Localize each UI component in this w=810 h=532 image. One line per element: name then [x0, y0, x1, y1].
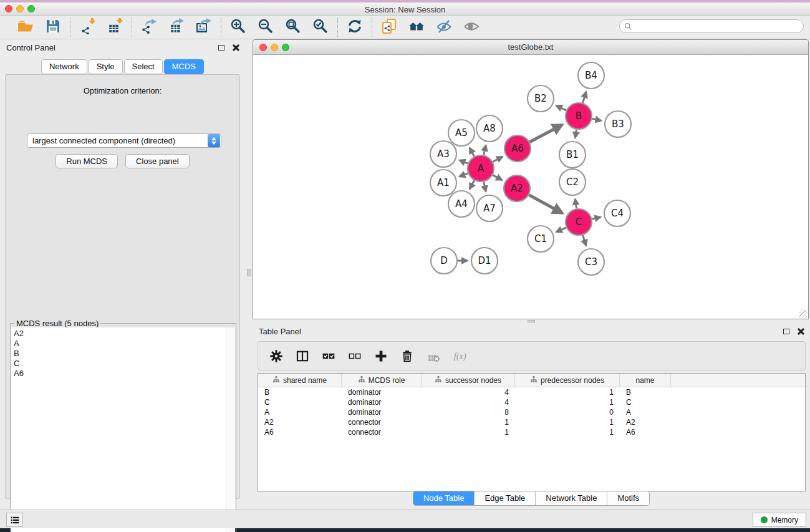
node-label-C: C: [576, 216, 582, 228]
table-row[interactable]: Adominator80A: [258, 407, 805, 417]
search-field[interactable]: [619, 19, 804, 33]
tab-edge-table[interactable]: Edge Table: [475, 491, 536, 505]
function-builder-button: f(x): [453, 349, 466, 363]
node-label-A3: A3: [437, 148, 450, 160]
column-tree-icon: [358, 375, 365, 385]
vertical-splitter-handle[interactable]: [247, 269, 251, 276]
table-row[interactable]: Bdominator41B: [258, 387, 805, 397]
import-table-button[interactable]: [105, 18, 124, 37]
node-label-C2: C2: [566, 177, 579, 188]
mcds-result-item[interactable]: B: [14, 349, 226, 359]
search-input[interactable]: [632, 22, 803, 31]
edge-A-A2[interactable]: [493, 175, 502, 180]
save-session-button[interactable]: [44, 18, 62, 37]
zoom-out-button[interactable]: [256, 18, 275, 37]
export-image-button[interactable]: [195, 18, 213, 37]
tab-node-table[interactable]: Node Table: [413, 491, 475, 505]
column-header-shared-name[interactable]: shared name: [258, 374, 342, 387]
node-label-A4: A4: [455, 198, 468, 210]
table-settings-button[interactable]: [269, 349, 283, 363]
tab-network-table[interactable]: Network Table: [536, 491, 607, 505]
edge-A-A1[interactable]: [460, 173, 468, 177]
open-session-button[interactable]: [16, 18, 35, 37]
apply-layout-button[interactable]: [345, 18, 364, 37]
memory-status-icon: [761, 516, 768, 523]
edge-B-B4[interactable]: [583, 92, 586, 103]
delete-columns-button[interactable]: [400, 349, 414, 363]
edge-C-C1[interactable]: [556, 228, 566, 232]
edge-A-A3[interactable]: [460, 160, 468, 163]
edge-A-A7[interactable]: [484, 182, 486, 192]
task-history-button[interactable]: [6, 513, 23, 527]
mcds-result-list[interactable]: A2ABCA6: [11, 327, 226, 532]
table-row[interactable]: A6connector11A6: [258, 427, 805, 437]
main-titlebar: Session: New Session: [0, 2, 810, 16]
tab-mcds[interactable]: MCDS: [164, 59, 204, 74]
table-row[interactable]: A2connector11A2: [258, 417, 805, 427]
export-table-button[interactable]: [167, 18, 186, 37]
hide-selected-button[interactable]: [435, 18, 453, 37]
close-table-panel-icon[interactable]: [797, 328, 804, 335]
tab-network[interactable]: Network: [41, 59, 87, 74]
edge-A-A8[interactable]: [484, 145, 486, 155]
first-neighbors-button[interactable]: [407, 18, 426, 37]
edge-C-C2[interactable]: [575, 199, 576, 208]
deselect-all-rows-button[interactable]: [348, 349, 362, 363]
column-header-predecessor-nodes[interactable]: predecessor nodes: [515, 374, 620, 387]
node-table[interactable]: shared nameMCDS rolesuccessor nodesprede…: [258, 373, 806, 491]
column-header-MCDS-role[interactable]: MCDS role: [342, 374, 422, 387]
column-header-name[interactable]: name: [620, 374, 671, 387]
resize-grip-icon[interactable]: [799, 310, 808, 318]
export-network-button[interactable]: [140, 18, 158, 37]
edge-C-C4[interactable]: [592, 217, 601, 219]
edge-A2-C[interactable]: [529, 195, 562, 213]
node-label-D: D: [440, 255, 448, 266]
cell-name: A: [620, 408, 671, 417]
cell-successor-nodes: 1: [422, 428, 515, 437]
columns-icon: [296, 349, 309, 363]
edge-B-B1[interactable]: [575, 130, 576, 138]
zoom-in-button[interactable]: [229, 18, 248, 37]
edge-A-A6[interactable]: [493, 157, 502, 162]
criterion-dropdown[interactable]: largest connected component (directed): [27, 133, 221, 148]
close-panel-button[interactable]: Close panel: [125, 154, 190, 168]
result-scrollbar[interactable]: [226, 327, 235, 532]
mcds-result-item[interactable]: C: [14, 359, 226, 369]
network-canvas[interactable]: B4B2BB3A5A8A6B1A3AC2A1A2A4A7C4CC1C3DD1: [253, 55, 808, 319]
edge-C-C3[interactable]: [583, 235, 586, 246]
cell-MCDS-role: connector: [342, 428, 422, 437]
edge-A-A5[interactable]: [470, 148, 474, 157]
table-row[interactable]: Cdominator41C: [258, 397, 805, 407]
edge-B-B3[interactable]: [592, 118, 602, 120]
mcds-result-item[interactable]: A: [14, 339, 226, 349]
edge-B-B2[interactable]: [556, 106, 566, 110]
create-column-button[interactable]: [374, 349, 388, 363]
column-header-successor-nodes[interactable]: successor nodes: [422, 374, 515, 387]
mcds-result-item[interactable]: A6: [14, 369, 226, 379]
column-tree-icon: [530, 375, 538, 385]
mcds-result-item[interactable]: A2: [14, 329, 226, 339]
column-label: shared name: [283, 376, 327, 385]
mcds-result-box: MCDS result (5 nodes) A2ABCA6: [10, 323, 236, 532]
import-network-button[interactable]: [78, 18, 97, 37]
zoom-selected-button[interactable]: [311, 18, 330, 37]
tab-select[interactable]: Select: [124, 59, 163, 74]
run-mcds-button[interactable]: Run MCDS: [55, 154, 118, 168]
show-all-button[interactable]: [462, 18, 481, 37]
float-table-panel-icon[interactable]: [783, 329, 789, 334]
network-window-titlebar[interactable]: testGlobe.txt: [253, 40, 808, 55]
float-panel-icon[interactable]: [218, 45, 224, 51]
zoom-fit-button[interactable]: [284, 18, 302, 37]
clone-network-button[interactable]: [380, 18, 398, 37]
edge-A6-B[interactable]: [529, 125, 562, 142]
column-label: successor nodes: [445, 376, 501, 385]
tab-motifs[interactable]: Motifs: [607, 491, 649, 505]
select-all-rows-button[interactable]: [322, 349, 335, 363]
table-toolbar: f(x): [258, 341, 806, 370]
close-panel-icon[interactable]: [232, 44, 239, 51]
toggle-columns-button[interactable]: [296, 349, 309, 363]
node-label-D1: D1: [478, 255, 491, 266]
tab-style[interactable]: Style: [89, 59, 123, 74]
edge-A-A4[interactable]: [470, 180, 474, 189]
memory-button[interactable]: Memory: [753, 513, 806, 527]
